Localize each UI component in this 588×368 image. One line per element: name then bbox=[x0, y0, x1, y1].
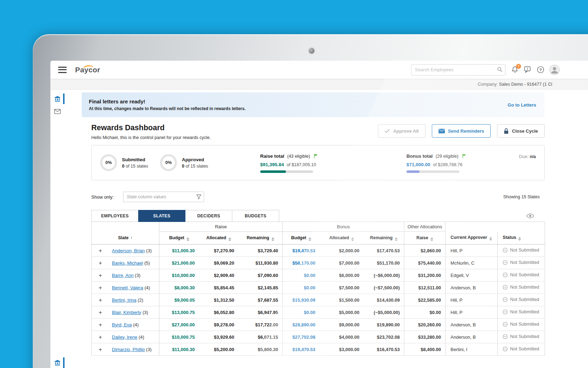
table-row: +Byrd, Eva (4)$27,000.00$9,278.00$17,722… bbox=[92, 319, 545, 331]
raise-remaining-cell: $2,145.85 bbox=[239, 282, 283, 294]
slate-link[interactable]: Anderson, Brian bbox=[112, 248, 145, 253]
column-header-bonus-remaining[interactable]: Remaining bbox=[364, 232, 404, 245]
slate-link[interactable]: Dimarzio, Phillip bbox=[112, 347, 145, 352]
raise-remaining-cell: $3,729.40 bbox=[239, 245, 283, 257]
company-bar: Company: Sales Demo - 916477 (1 Cl bbox=[50, 79, 588, 90]
table-row: +Barre, Ann (3)$10,000.00$2,909.40$7,090… bbox=[92, 269, 545, 282]
not-submitted-icon bbox=[503, 285, 508, 290]
expand-row-button[interactable]: + bbox=[96, 284, 105, 291]
approver-cell: Hill, P bbox=[446, 245, 498, 257]
expand-row-button[interactable]: + bbox=[96, 259, 105, 267]
close-cycle-button[interactable]: Close Cycle bbox=[497, 124, 545, 138]
tabs: EMPLOYEESSLATESDECIDERSBUDGETS bbox=[91, 210, 279, 222]
raise-remaining-cell: $7,687.55 bbox=[239, 294, 283, 306]
status-cell: Not Submitted bbox=[498, 269, 545, 282]
tab-deciders[interactable]: DECIDERS bbox=[185, 210, 232, 222]
tab-budgets[interactable]: BUDGETS bbox=[232, 210, 279, 222]
status-cell: Not Submitted bbox=[498, 282, 545, 294]
status-cell: Not Submitted bbox=[498, 319, 545, 331]
bonus-remaining-cell: (−$7,500.00) bbox=[364, 282, 404, 294]
slate-link[interactable]: Barre, Ann bbox=[112, 273, 134, 278]
raise-remaining-cell: $5,800.30 bbox=[239, 343, 283, 356]
slate-link[interactable]: Dailey, Irene bbox=[112, 334, 137, 340]
bonus-remaining-cell: $19,890.00 bbox=[364, 319, 404, 331]
nav-item-company[interactable] bbox=[50, 92, 65, 105]
expand-row-button[interactable]: + bbox=[96, 247, 105, 254]
column-header-approver[interactable]: Current Approver bbox=[446, 232, 498, 245]
column-header-raise-budget[interactable]: Budget bbox=[159, 232, 199, 245]
summary-card: 0% Submitted 0 of 15 slates 0% Approved … bbox=[91, 145, 545, 180]
filter-funnel-icon[interactable] bbox=[196, 194, 201, 201]
raise-allocated-cell: $2,909.40 bbox=[199, 269, 239, 282]
column-header-raise-allocated[interactable]: Allocated bbox=[199, 232, 239, 245]
slate-link[interactable]: Banks, Michael bbox=[112, 260, 143, 266]
bonus-group-header: Bonus bbox=[283, 222, 404, 232]
nav-item-company-bottom[interactable] bbox=[50, 356, 65, 368]
bonus-remaining-cell: $17,470.53 bbox=[364, 245, 404, 257]
slate-count: (3) bbox=[145, 347, 152, 352]
slate-link[interactable]: Bennett, Valera bbox=[112, 285, 143, 290]
column-header-raise-remaining[interactable]: Remaining bbox=[239, 232, 283, 245]
bonus-budget-cell: $0.00 bbox=[283, 282, 320, 294]
envelope-icon bbox=[54, 109, 61, 114]
approver-cell: Bertini, I bbox=[446, 343, 498, 356]
flag-icon bbox=[314, 153, 318, 160]
column-visibility-button[interactable] bbox=[526, 213, 534, 218]
raise-allocated-cell: $5,854.45 bbox=[199, 282, 239, 294]
main-content: Final letters are ready! At this time, c… bbox=[65, 90, 588, 368]
nav-item-messages[interactable] bbox=[50, 105, 65, 118]
slate-count: (2) bbox=[136, 297, 143, 303]
slate-count: (3) bbox=[134, 273, 141, 278]
column-header-status[interactable]: Status bbox=[498, 232, 545, 245]
raise-allocated-cell: $5,200.00 bbox=[199, 343, 239, 356]
notifications-button[interactable]: 7 bbox=[511, 66, 519, 73]
tabs-row: EMPLOYEESSLATESDECIDERSBUDGETS bbox=[91, 210, 545, 222]
not-submitted-icon bbox=[503, 272, 508, 277]
bonus-allocated-cell: $3,000.00 bbox=[320, 343, 364, 356]
expand-row-button[interactable]: + bbox=[96, 309, 105, 316]
search-input[interactable] bbox=[411, 64, 506, 76]
company-selector[interactable]: Company: Sales Demo - 916477 (1 Cl bbox=[478, 82, 552, 87]
approve-all-button[interactable]: Approve All bbox=[378, 124, 425, 138]
approved-stat: 0% Approved 0 of 15 slates bbox=[160, 154, 220, 171]
bonus-remaining-cell: (−$5,000.00) bbox=[364, 306, 404, 319]
expand-row-button[interactable]: + bbox=[96, 272, 105, 279]
go-to-letters-link[interactable]: Go to Letters bbox=[508, 102, 536, 108]
column-header-slate[interactable]: Slate bbox=[92, 232, 159, 245]
slate-link[interactable]: Blair, Kimberly bbox=[112, 310, 141, 315]
feedback-bubble-icon bbox=[524, 66, 531, 73]
status-cell: Not Submitted bbox=[498, 257, 545, 269]
help-button[interactable]: ? bbox=[537, 66, 544, 73]
banner-title: Final letters are ready! bbox=[89, 98, 246, 104]
status-cell: Not Submitted bbox=[498, 331, 545, 343]
sort-icon bbox=[430, 237, 433, 241]
tab-employees[interactable]: EMPLOYEES bbox=[91, 210, 139, 222]
raise-total-block: Raise total (43 eligible) $91,395.84 of … bbox=[260, 153, 362, 173]
slate-count: (3) bbox=[141, 310, 148, 315]
slate-link[interactable]: Bertini, Irina bbox=[112, 297, 136, 303]
expand-row-button[interactable]: + bbox=[96, 333, 105, 341]
column-header-bonus-allocated[interactable]: Allocated bbox=[320, 232, 364, 245]
user-avatar[interactable] bbox=[549, 65, 560, 75]
hamburger-menu-icon[interactable] bbox=[58, 67, 67, 73]
column-header-other-raise[interactable]: Raise bbox=[404, 232, 446, 245]
bonus-progress-bar bbox=[406, 170, 459, 173]
left-nav-rail bbox=[50, 90, 65, 368]
expand-row-button[interactable]: + bbox=[96, 321, 105, 328]
slate-filter-input[interactable] bbox=[123, 192, 204, 202]
expand-row-button[interactable]: + bbox=[96, 346, 105, 353]
not-submitted-icon bbox=[503, 248, 508, 253]
slate-filter bbox=[123, 192, 204, 202]
slate-link[interactable]: Byrd, Eva bbox=[112, 322, 132, 327]
tab-slates[interactable]: SLATES bbox=[138, 210, 185, 222]
bonus-allocated-cell: $9,000.00 bbox=[320, 319, 364, 331]
bonus-remaining-cell: (−$6,000.00) bbox=[364, 269, 404, 282]
expand-row-button[interactable]: + bbox=[96, 296, 105, 304]
feedback-button[interactable] bbox=[524, 66, 531, 73]
send-reminders-button[interactable]: Send Reminders bbox=[432, 124, 491, 138]
bonus-allocated-cell: $4,000.00 bbox=[320, 331, 364, 343]
raise-allocated-cell: $1,312.50 bbox=[199, 294, 239, 306]
table-header-row: Slate Budget Allocated Remaining Budget … bbox=[92, 232, 545, 245]
column-header-bonus-budget[interactable]: Budget bbox=[283, 232, 320, 245]
slate-count: (4) bbox=[132, 322, 139, 327]
